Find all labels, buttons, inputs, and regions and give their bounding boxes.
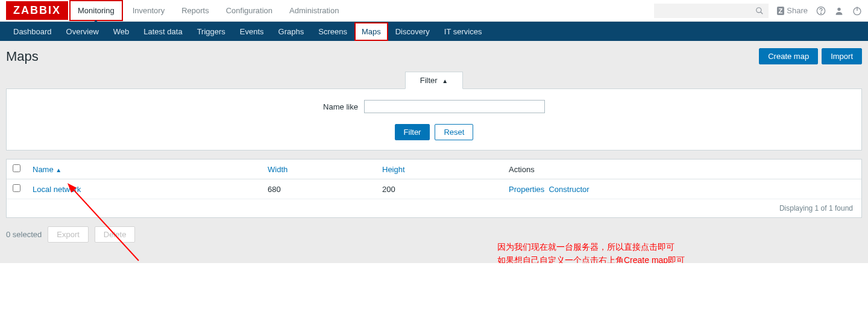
map-name-link[interactable]: Local network: [33, 185, 81, 194]
subnav-it-services[interactable]: IT services: [437, 22, 489, 41]
subnav-latest-data[interactable]: Latest data: [136, 22, 189, 41]
page-actions: Create map Import: [759, 48, 862, 64]
logout-icon[interactable]: [852, 6, 862, 16]
svg-point-3: [820, 13, 821, 13]
logo: ZABBIX: [6, 1, 68, 20]
filter-tab-label: Filter: [420, 76, 438, 85]
create-map-button[interactable]: Create map: [759, 48, 818, 64]
annotation-text: 因为我们现在就一台服务器，所以直接点击即可 如果想自己自定义一个点击右上角Cre…: [497, 240, 685, 263]
export-button: Export: [48, 226, 89, 243]
filter-name-label: Name like: [323, 102, 358, 111]
subnav-dashboard[interactable]: Dashboard: [6, 22, 59, 41]
col-actions-header: Actions: [509, 165, 535, 174]
subnav-web[interactable]: Web: [106, 22, 137, 41]
sub-nav: Dashboard Overview Web Latest data Trigg…: [0, 22, 868, 41]
filter-tab[interactable]: Filter ▲: [405, 72, 463, 89]
subnav-discovery[interactable]: Discovery: [388, 22, 437, 41]
bulk-actions: 0 selected Export Delete: [6, 218, 862, 251]
top-right: ZShare: [654, 4, 868, 18]
sort-asc-icon: ▲: [55, 167, 61, 173]
page-title: Maps: [6, 49, 39, 64]
content: Filter ▲ Name like Filter Reset Name ▲ W…: [0, 72, 868, 263]
table-header-row: Name ▲ Width Height Actions: [7, 160, 861, 179]
subnav-triggers[interactable]: Triggers: [190, 22, 233, 41]
map-width: 680: [262, 179, 376, 199]
col-width-header[interactable]: Width: [268, 165, 288, 174]
svg-point-0: [756, 7, 761, 12]
constructor-link[interactable]: Constructor: [549, 185, 589, 194]
filter-collapse-icon: ▲: [442, 78, 448, 84]
import-button[interactable]: Import: [822, 48, 862, 64]
search-icon: [755, 7, 764, 15]
user-icon[interactable]: [834, 6, 844, 16]
topnav-administration[interactable]: Administration: [281, 0, 347, 21]
search-input[interactable]: [654, 4, 769, 18]
share-link[interactable]: ZShare: [777, 6, 808, 15]
maps-table: Name ▲ Width Height Actions Local networ…: [6, 159, 862, 218]
filter-panel: Filter ▲ Name like Filter Reset: [6, 72, 862, 150]
svg-line-1: [760, 11, 763, 14]
page-header: Maps Create map Import: [0, 41, 868, 72]
subnav-events[interactable]: Events: [233, 22, 271, 41]
topnav-inventory[interactable]: Inventory: [124, 0, 173, 21]
top-nav-items: Monitoring Inventory Reports Configurati…: [68, 0, 347, 21]
map-height: 200: [376, 179, 503, 199]
row-checkbox[interactable]: [13, 184, 20, 192]
subnav-maps[interactable]: Maps: [354, 22, 388, 41]
topnav-reports[interactable]: Reports: [173, 0, 218, 21]
top-nav: ZABBIX Monitoring Inventory Reports Conf…: [0, 0, 868, 22]
selected-count: 0 selected: [6, 230, 42, 239]
delete-button: Delete: [95, 226, 136, 243]
properties-link[interactable]: Properties: [509, 185, 544, 194]
topnav-configuration[interactable]: Configuration: [218, 0, 281, 21]
subnav-overview[interactable]: Overview: [59, 22, 106, 41]
subnav-graphs[interactable]: Graphs: [271, 22, 312, 41]
help-icon[interactable]: [816, 6, 826, 16]
filter-body: Name like Filter Reset: [6, 88, 862, 150]
table-row: Local network 680 200 Properties Constru…: [7, 179, 861, 199]
table-footer: Displaying 1 of 1 found: [7, 199, 861, 217]
svg-point-4: [837, 7, 840, 10]
col-height-header[interactable]: Height: [382, 165, 405, 174]
filter-button[interactable]: Filter: [395, 124, 430, 140]
select-all-checkbox[interactable]: [13, 164, 20, 172]
topnav-monitoring[interactable]: Monitoring: [69, 0, 123, 21]
subnav-screens[interactable]: Screens: [311, 22, 354, 41]
filter-name-input[interactable]: [364, 100, 545, 113]
col-name-header[interactable]: Name ▲: [33, 165, 61, 174]
reset-button[interactable]: Reset: [435, 124, 473, 140]
